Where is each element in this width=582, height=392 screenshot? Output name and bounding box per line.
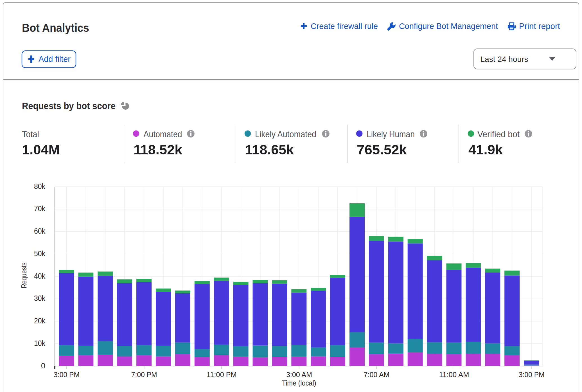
svg-text:Requests: Requests xyxy=(20,262,28,288)
svg-text:20k: 20k xyxy=(34,317,45,325)
svg-text:7:00 PM: 7:00 PM xyxy=(131,371,157,379)
svg-text:Bot Analytics: Bot Analytics xyxy=(22,22,89,34)
svg-text:11:00 PM: 11:00 PM xyxy=(207,371,237,379)
svg-text:11:00 AM: 11:00 AM xyxy=(439,371,469,379)
svg-text:7:00 AM: 7:00 AM xyxy=(364,371,390,379)
svg-text:Create firewall rule: Create firewall rule xyxy=(311,22,378,31)
svg-text:3:00 AM: 3:00 AM xyxy=(286,371,312,379)
svg-text:Verified bot: Verified bot xyxy=(477,129,520,139)
svg-text:70k: 70k xyxy=(34,204,45,213)
svg-text:60k: 60k xyxy=(34,227,45,235)
svg-text:Configure Bot Management: Configure Bot Management xyxy=(399,22,498,31)
svg-text:118.52k: 118.52k xyxy=(134,142,182,157)
svg-text:Add filter: Add filter xyxy=(39,55,71,64)
svg-text:3:00 PM: 3:00 PM xyxy=(519,371,545,379)
svg-text:Requests by bot score: Requests by bot score xyxy=(22,100,116,111)
svg-text:765.52k: 765.52k xyxy=(357,142,407,157)
svg-text:3:00 PM: 3:00 PM xyxy=(54,371,80,379)
svg-text:Automated: Automated xyxy=(144,129,182,139)
svg-text:0: 0 xyxy=(41,362,45,370)
svg-text:41.9k: 41.9k xyxy=(468,142,503,157)
svg-text:118.65k: 118.65k xyxy=(245,142,294,157)
svg-text:30k: 30k xyxy=(34,294,45,303)
svg-text:40k: 40k xyxy=(34,272,45,280)
svg-text:Print report: Print report xyxy=(519,22,560,31)
svg-text:10k: 10k xyxy=(34,339,45,348)
svg-text:Last 24 hours: Last 24 hours xyxy=(481,55,528,64)
svg-text:80k: 80k xyxy=(34,182,45,191)
svg-text:Likely Human: Likely Human xyxy=(367,129,415,139)
svg-text:Total: Total xyxy=(22,129,39,139)
svg-text:50k: 50k xyxy=(34,249,45,258)
svg-text:1.04M: 1.04M xyxy=(22,142,60,157)
svg-text:Likely Automated: Likely Automated xyxy=(255,129,316,139)
svg-text:Time (local): Time (local) xyxy=(282,379,316,387)
